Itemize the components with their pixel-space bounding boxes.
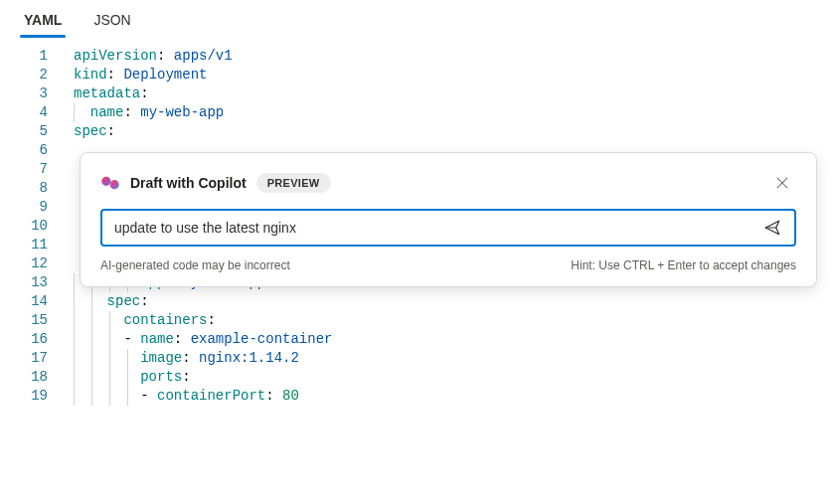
prompt-input-row — [100, 209, 796, 247]
line-number: 16 — [0, 330, 74, 349]
tab-json[interactable]: JSON — [91, 8, 132, 36]
line-number: 13 — [0, 273, 74, 292]
dialog-footer: AI-generated code may be incorrect Hint:… — [100, 258, 796, 272]
copilot-dialog: Draft with Copilot PREVIEW AI-generated … — [80, 152, 817, 287]
send-button[interactable] — [762, 218, 782, 238]
code-content: - containerPort: 80 — [74, 387, 299, 406]
code-content: - name: example-container — [74, 330, 332, 349]
code-content: apiVersion: apps/v1 — [74, 47, 233, 66]
svg-point-1 — [110, 180, 119, 189]
line-number: 11 — [0, 236, 74, 254]
hint-text: Hint: Use CTRL + Enter to accept changes — [571, 258, 796, 272]
line-number: 17 — [0, 349, 74, 368]
code-content: metadata: — [74, 84, 149, 103]
code-line[interactable]: 1apiVersion: apps/v1 — [0, 47, 833, 66]
code-line[interactable]: 18 ports: — [0, 368, 833, 387]
ai-disclaimer: AI-generated code may be incorrect — [100, 258, 290, 272]
line-number: 15 — [0, 311, 74, 330]
svg-point-0 — [101, 177, 110, 186]
line-number: 5 — [0, 122, 74, 141]
code-line[interactable]: 19 - containerPort: 80 — [0, 387, 833, 406]
code-line[interactable]: 15 containers: — [0, 311, 833, 330]
code-content: name: my-web-app — [74, 103, 224, 122]
line-number: 6 — [0, 141, 74, 160]
line-number: 4 — [0, 103, 74, 122]
tab-bar: YAML JSON — [0, 0, 833, 37]
preview-badge: PREVIEW — [256, 173, 331, 193]
line-number: 19 — [0, 387, 74, 406]
line-number: 18 — [0, 368, 74, 387]
prompt-input[interactable] — [114, 220, 754, 236]
code-content: ports: — [74, 368, 191, 387]
copilot-icon — [100, 173, 120, 193]
code-line[interactable]: 2kind: Deployment — [0, 66, 833, 84]
line-number: 8 — [0, 179, 74, 198]
code-content: image: nginx:1.14.2 — [74, 349, 299, 368]
code-content: kind: Deployment — [74, 66, 207, 84]
line-number: 14 — [0, 292, 74, 311]
dialog-header: Draft with Copilot PREVIEW — [100, 169, 796, 197]
code-content: containers: — [74, 311, 216, 330]
code-line[interactable]: 3metadata: — [0, 84, 833, 103]
code-line[interactable]: 5spec: — [0, 122, 833, 141]
line-number: 2 — [0, 66, 74, 84]
code-line[interactable]: 16 - name: example-container — [0, 330, 833, 349]
tab-yaml[interactable]: YAML — [22, 8, 64, 36]
line-number: 3 — [0, 84, 74, 103]
line-number: 1 — [0, 47, 74, 66]
line-number: 9 — [0, 198, 74, 217]
code-content: spec: — [74, 122, 115, 141]
line-number: 7 — [0, 160, 74, 179]
code-line[interactable]: 17 image: nginx:1.14.2 — [0, 349, 833, 368]
code-line[interactable]: 14 spec: — [0, 292, 833, 311]
dialog-title: Draft with Copilot — [130, 175, 247, 191]
close-button[interactable] — [768, 169, 796, 197]
code-line[interactable]: 4 name: my-web-app — [0, 103, 833, 122]
code-content: spec: — [74, 292, 149, 311]
line-number: 10 — [0, 217, 74, 236]
line-number: 12 — [0, 254, 74, 273]
